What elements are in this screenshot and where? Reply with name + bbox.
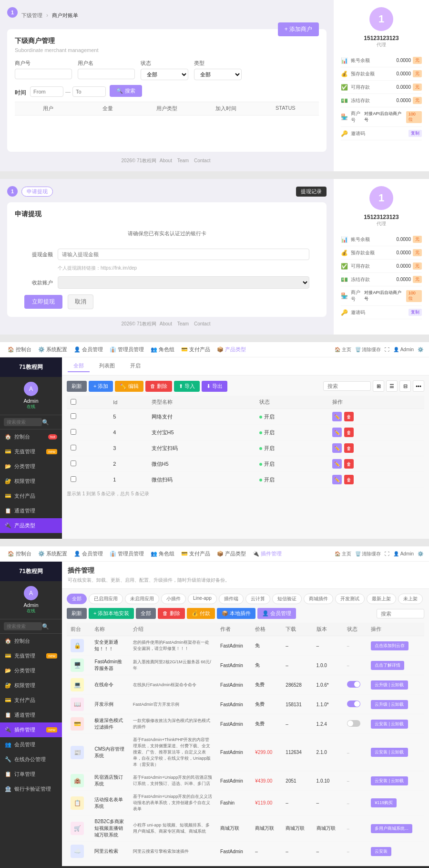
export-button1[interactable]: ⬇ 导出: [202, 381, 227, 392]
plugin-toggle[interactable]: [347, 681, 360, 688]
filter-lineapp[interactable]: Line-app: [188, 594, 217, 604]
nav-admin1[interactable]: 👔 管理员管理: [108, 346, 146, 353]
plugin-action-button[interactable]: 云升级 | 云卸载: [371, 700, 408, 709]
filter-plugin[interactable]: 插件端: [219, 594, 244, 604]
merchant-no-input[interactable]: [15, 69, 72, 79]
delete-button2[interactable]: 🗑 删除: [158, 608, 184, 619]
filter-all[interactable]: 全部: [67, 594, 87, 604]
nav-payment2[interactable]: 💳 支付产品: [179, 550, 212, 557]
filter-unlisted[interactable]: 未上架: [398, 594, 423, 604]
cancel-button[interactable]: 取消: [68, 294, 93, 309]
edit-row-button[interactable]: ✏️: [332, 428, 342, 437]
sidebar-item-office2[interactable]: 🔧在线办公管理: [0, 752, 62, 767]
type-select[interactable]: 全部: [194, 69, 242, 80]
filter-disabled-app[interactable]: 未启用应用: [125, 594, 159, 604]
filter-icon1[interactable]: ⊟: [399, 380, 411, 392]
nav2-expand[interactable]: ⛶: [385, 551, 389, 556]
plugin-action-button[interactable]: 云安装 | 云卸载: [371, 748, 408, 757]
copy-button2[interactable]: 复制: [409, 309, 422, 316]
sidebar-item-producttype1[interactable]: 🔌产品类型: [0, 518, 62, 533]
account-select[interactable]: [58, 276, 309, 289]
status-select[interactable]: 全部: [141, 69, 188, 80]
filter-small-plugin[interactable]: 小插件: [161, 594, 186, 604]
pay-button[interactable]: 💰 付款: [187, 608, 215, 619]
plugin-action-button[interactable]: 云安装 | 云卸载: [371, 776, 408, 785]
row-checkbox[interactable]: [71, 445, 76, 450]
nav-logout1[interactable]: ⚙️: [418, 347, 423, 352]
sidebar-item-dashboard2[interactable]: 🏠控制台: [0, 634, 62, 648]
plugin-toggle-off[interactable]: [347, 720, 360, 727]
row-checkbox[interactable]: [71, 429, 76, 435]
nav2-clearcache[interactable]: 🗑️ 清除缓存: [355, 551, 381, 557]
edit-row-button[interactable]: ✏️: [332, 459, 342, 469]
edit-button1[interactable]: ✏️ 编辑: [115, 381, 143, 392]
nav2-logout[interactable]: ⚙️: [418, 551, 423, 556]
edit-row-button[interactable]: ✏️: [332, 412, 342, 421]
sidebar-item-dashboard1[interactable]: 🏠控制台 hot: [0, 429, 62, 444]
sidebar-item-bank2[interactable]: 🏦银行卡验证管理: [0, 782, 62, 796]
footer2-team[interactable]: Team: [177, 321, 189, 326]
member-manage-button[interactable]: 👤 会员管理: [257, 608, 296, 619]
nav-clearcache1[interactable]: 🗑️ 清除缓存: [355, 346, 381, 353]
add-button1[interactable]: + 添加: [89, 381, 113, 392]
footer-about[interactable]: About: [160, 158, 172, 163]
plugin-action-button[interactable]: 多用户商城系统...: [371, 824, 412, 833]
plugin-action-button[interactable]: ¥119购买: [371, 798, 397, 807]
sidebar-item-permission1[interactable]: 🔐权限管理: [0, 474, 62, 489]
sidebar-item-category2[interactable]: 📂分类管理: [0, 663, 62, 678]
copy-button1[interactable]: 复制: [409, 130, 422, 137]
tab-open1[interactable]: 开启: [124, 360, 146, 372]
filter-dev[interactable]: 开发测试: [335, 594, 365, 604]
select-all1[interactable]: [71, 399, 76, 405]
nav-home1[interactable]: 🏠 主页: [335, 346, 351, 353]
nav-payment1[interactable]: 💳 支付产品: [179, 346, 212, 353]
sidebar-item-permission2[interactable]: 🔐权限管理: [0, 678, 62, 693]
sidebar-item-recharge2[interactable]: 💳充值管理 new: [0, 648, 62, 663]
username-input[interactable]: [78, 69, 135, 79]
search-button[interactable]: 🔍 搜索: [110, 85, 142, 97]
footer-contact[interactable]: Contact: [194, 158, 210, 163]
sidebar-search-input2[interactable]: [4, 622, 42, 630]
sidebar-item-payment1[interactable]: 💳支付产品: [0, 489, 62, 503]
edit-row-button[interactable]: ✏️: [332, 443, 342, 453]
view-grid-icon1[interactable]: ⊞: [373, 380, 384, 392]
refresh-button2[interactable]: 刷新: [67, 608, 87, 619]
plugin-action-button[interactable]: 云安装 | 云卸载: [371, 720, 408, 729]
submit-button[interactable]: 立即提现: [24, 295, 62, 309]
filter-newest[interactable]: 最新上架: [367, 594, 396, 604]
sidebar-item-recharge1[interactable]: 💳充值管理 new: [0, 444, 62, 459]
local-plugin-button[interactable]: 📦 本地插件: [217, 608, 255, 619]
footer2-contact[interactable]: Contact: [194, 321, 210, 326]
plugin-action-button[interactable]: 点击了解详情: [371, 661, 404, 670]
delete-row-button[interactable]: 🗑: [344, 443, 354, 453]
plugin-toggle[interactable]: [347, 701, 360, 707]
filter-sms[interactable]: 短信验证: [272, 594, 302, 604]
filter-cloud[interactable]: 云计算: [245, 594, 270, 604]
nav-sysconfig2[interactable]: ⚙️ 系统配置: [36, 550, 69, 557]
breadcrumb-item1[interactable]: 下级管理: [21, 12, 42, 19]
sidebar-item-channel1[interactable]: 📋通道管理: [0, 503, 62, 518]
import-button1[interactable]: ⬆ 导入: [174, 381, 200, 392]
delete-row-button[interactable]: 🗑: [344, 475, 354, 484]
edit-row-button[interactable]: ✏️: [332, 475, 342, 484]
row-checkbox[interactable]: [71, 460, 76, 466]
add-merchant-button[interactable]: + 添加商户: [278, 22, 319, 36]
time-from-input[interactable]: [30, 86, 63, 97]
nav-role2[interactable]: 👥 角色组: [149, 550, 176, 557]
view-list-icon1[interactable]: ☰: [386, 380, 398, 392]
tab-all1[interactable]: 全部: [68, 360, 90, 372]
nav-sysconfig1[interactable]: ⚙️ 系统配置: [36, 346, 69, 353]
sidebar-item-order2[interactable]: 📋订单管理: [0, 767, 62, 782]
sidebar-item-member2[interactable]: 👥会员管理: [0, 737, 62, 752]
plugin-action-button[interactable]: 云升级 | 云卸载: [371, 680, 408, 690]
delete-row-button[interactable]: 🗑: [344, 412, 354, 421]
filter-mall[interactable]: 商城插件: [304, 594, 333, 604]
nav-dashboard2[interactable]: 🏠 控制台: [6, 550, 33, 557]
delete-row-button[interactable]: 🗑: [344, 459, 354, 469]
row-checkbox[interactable]: [71, 476, 76, 482]
time-to-input[interactable]: [72, 86, 106, 97]
nav-dashboard1[interactable]: 🏠 控制台: [6, 346, 33, 353]
nav-member2[interactable]: 👤 会员管理: [72, 550, 105, 557]
nav-admin2[interactable]: 👔 管理员管理: [108, 550, 146, 557]
sidebar-item-channel2[interactable]: 📋通道管理: [0, 708, 62, 722]
